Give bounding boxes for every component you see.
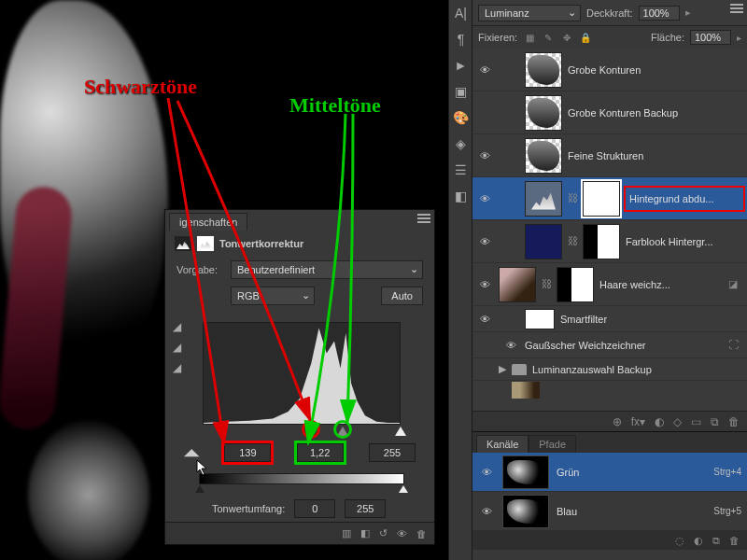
layer-name[interactable]: Hintegrund abdu... [626,188,743,210]
layer-row[interactable]: 👁 Feine Strukturen [472,134,747,177]
lock-position-icon[interactable]: ✥ [560,31,573,44]
lock-all-icon[interactable]: 🔒 [579,31,592,44]
visibility-toggle-icon[interactable]: 👁 [478,503,495,520]
save-selection-icon[interactable]: ◐ [694,535,703,547]
add-mask-icon[interactable]: ◐ [655,415,664,428]
layer-mask-thumbnail[interactable] [583,224,620,259]
add-adjustment-icon[interactable]: ◇ [673,415,682,428]
adjustment-thumbnail[interactable] [525,224,562,259]
input-black-value[interactable]: 139 [224,443,271,462]
visibility-toggle-icon[interactable]: 👁 [476,311,493,328]
visibility-toggle-icon[interactable]: 👁 [476,190,493,207]
mask-mode-icon[interactable] [197,236,214,251]
new-group-icon[interactable]: ▭ [691,415,701,428]
delete-adjustment-icon[interactable]: 🗑 [416,528,427,539]
swatches-panel-icon[interactable]: 🎨 [449,105,472,131]
output-black-slider[interactable] [195,485,204,493]
navigator-panel-icon[interactable]: ▣ [449,78,472,105]
histogram[interactable] [203,322,401,425]
previous-state-icon[interactable]: ◧ [360,527,370,539]
lock-transparency-icon[interactable]: ▦ [523,31,536,44]
load-selection-icon[interactable]: ◌ [675,535,684,547]
type-panel-icon[interactable]: A| [449,0,472,26]
smart-object-thumbnail[interactable] [499,267,536,302]
paragraph-panel-icon[interactable]: ¶ [449,26,472,52]
new-layer-icon[interactable]: ⧉ [711,415,719,428]
group-name[interactable]: Luminanzauswahl Backup [532,364,743,375]
reset-icon[interactable]: ↺ [379,527,388,539]
panel-menu-icon[interactable] [417,214,430,223]
input-gamma-value[interactable]: 1,22 [297,443,344,462]
layer-row-selected[interactable]: 👁 ⛓ Hintegrund abdu... [472,177,747,220]
layer-thumbnail[interactable] [525,138,562,174]
layer-group-row[interactable]: ▶ Luminanzauswahl Backup [472,358,747,381]
input-white-value[interactable]: 255 [369,443,416,462]
delete-layer-icon[interactable]: 🗑 [728,415,740,428]
smart-filters-row[interactable]: 👁 Smartfilter [472,306,747,332]
filter-options-icon[interactable]: ⛶ [728,339,743,352]
lock-pixels-icon[interactable]: ✎ [542,31,555,44]
actions-panel-icon[interactable]: ► [449,52,472,78]
fill-input[interactable]: 100% [690,30,731,45]
tab-properties[interactable]: igenschaften [169,213,247,231]
preset-dropdown[interactable]: Benutzerdefiniert [231,260,423,279]
tab-paths[interactable]: Pfade [529,435,576,453]
output-white-value[interactable]: 255 [345,499,386,518]
channel-row[interactable]: 👁 Grün Strg+4 [472,453,747,492]
layer-name[interactable]: Farblook Hintergr... [626,236,743,247]
adjustments-panel-icon[interactable]: ☰ [449,157,472,183]
visibility-toggle-icon[interactable]: 👁 [478,464,495,481]
masks-panel-icon[interactable]: ◧ [449,183,472,209]
link-mask-icon[interactable]: ⛓ [542,278,551,291]
white-point-eyedropper-icon[interactable]: ◢ [173,361,188,376]
channel-thumbnail[interactable] [502,455,549,489]
visibility-toggle-icon[interactable]: 👁 [476,233,493,250]
white-point-slider[interactable] [395,427,406,436]
layer-mask-thumbnail[interactable] [557,267,594,302]
channel-row[interactable]: 👁 Blau Strg+5 [472,492,747,531]
layer-row[interactable]: 👁 Grobe Konturen [472,49,747,91]
layers-list[interactable]: 👁 Grobe Konturen Grobe Konturen Backup 👁… [472,49,747,411]
layer-thumbnail[interactable] [525,52,562,88]
filter-name[interactable]: Gaußscher Weichzeichner [525,340,723,351]
toggle-visibility-icon[interactable]: 👁 [397,528,407,539]
layer-mask-thumbnail[interactable] [583,181,620,217]
layer-thumbnail[interactable] [512,382,540,399]
filter-mask-thumbnail[interactable] [525,309,555,329]
output-black-value[interactable]: 0 [294,499,335,518]
tab-channels[interactable]: Kanäle [476,435,529,453]
new-channel-icon[interactable]: ⧉ [712,535,720,547]
layer-name[interactable]: Grobe Konturen Backup [568,107,743,119]
link-mask-icon[interactable]: ⛓ [568,235,577,248]
visibility-toggle-icon[interactable]: 👁 [476,62,493,78]
auto-button[interactable]: Auto [381,287,423,305]
channel-dropdown[interactable]: RGB [231,287,315,305]
visibility-toggle-icon[interactable] [476,105,493,121]
panel-menu-icon[interactable] [730,4,743,13]
blend-mode-dropdown[interactable]: Luminanz [478,5,581,21]
layer-thumbnail[interactable] [525,95,562,131]
layer-row-collapsed[interactable] [472,381,747,399]
delete-channel-icon[interactable]: 🗑 [729,535,740,546]
link-layers-icon[interactable]: ⊕ [613,415,622,428]
output-gradient[interactable] [199,473,404,484]
layer-name[interactable]: Grobe Konturen [568,64,743,76]
black-point-eyedropper-icon[interactable]: ◢ [173,320,188,335]
link-mask-icon[interactable]: ⛓ [568,192,577,205]
visibility-toggle-icon[interactable]: 👁 [476,276,493,293]
smart-filter-item[interactable]: 👁 Gaußscher Weichzeichner ⛶ [472,332,747,358]
gray-point-eyedropper-icon[interactable]: ◢ [173,341,188,356]
visibility-toggle-icon[interactable]: 👁 [502,337,519,354]
layer-name[interactable]: Haare weichz... [599,279,723,290]
clip-to-layer-icon[interactable]: ▥ [342,527,351,539]
layer-row[interactable]: 👁 ⛓ Farblook Hintergr... [472,220,747,263]
input-sliders-track[interactable] [203,427,401,440]
layer-row[interactable]: Grobe Konturen Backup [472,91,747,134]
layer-effects-icon[interactable]: fx▾ [631,415,645,428]
channel-thumbnail[interactable] [502,495,549,528]
adjustment-thumbnail[interactable] [525,181,562,217]
properties-panel[interactable]: igenschaften Tonwertkorrektur Vorgabe: B… [164,209,435,545]
styles-panel-icon[interactable]: ◈ [449,131,472,157]
layer-name[interactable]: Feine Strukturen [568,150,743,161]
output-white-slider[interactable] [399,485,408,493]
